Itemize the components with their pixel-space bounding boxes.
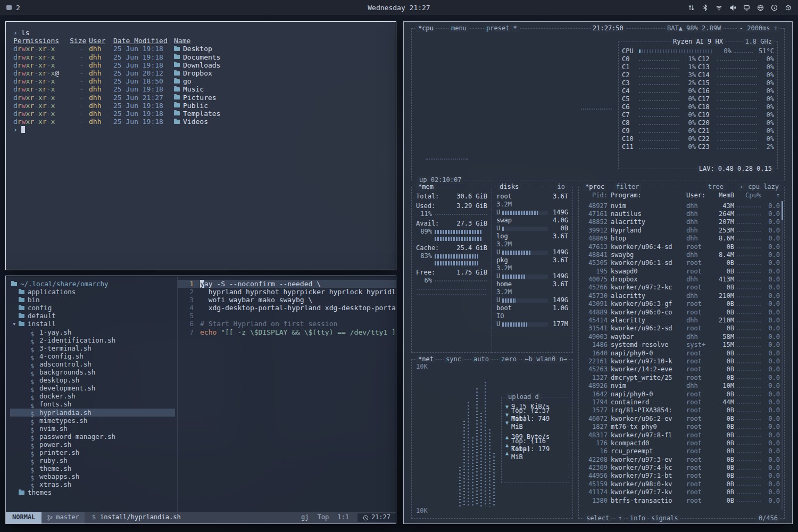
process-row[interactable]: 45730 alacritty dhh 210M 0.0 [583,292,780,300]
io-mode-button[interactable]: io [555,183,567,191]
tree-item[interactable]: desktop.sh [10,376,177,384]
process-row[interactable]: 1577 irq/81-PIXA3854: root 0B 0.0 [583,406,780,414]
code-editor[interactable]: 1yay -S --noconfirm --needed \2 hyprland… [177,276,396,512]
tree-item[interactable]: 2-identification.sh [10,336,177,344]
preset-button[interactable]: preset * [484,24,519,32]
globe-icon[interactable] [757,4,764,11]
user-header[interactable]: User: [686,192,710,200]
wifi-icon[interactable] [716,4,722,11]
memory-header[interactable]: MemB [713,192,734,200]
process-row[interactable]: 1327 dmcrypt_write/25 root 0B 0.0 [583,374,780,382]
editor-window[interactable]: ~/.local/share/omarchy applications bin [5,276,396,524]
program-header[interactable]: Program: [611,192,683,200]
process-row[interactable]: 47161 nautilus dhh 264M 0.0 [583,210,780,218]
code-line[interactable]: 7echo "[[ -z \$DISPLAY && \$(tty) == /de… [178,328,396,336]
tree-item[interactable]: printer.sh [10,448,177,456]
system-monitor-window[interactable]: *cpu menu preset * 21:27:50 BAT▲ 98% 2.8… [403,21,793,524]
info-button[interactable]: info [628,514,647,522]
process-row[interactable]: 45305 kworker/u96:1-sd root 0B 0.0 [583,259,780,267]
code-line[interactable]: 5 [178,312,396,320]
process-row[interactable]: 44956 kworker/u97:1-bt root 0B 0.0 [583,472,780,480]
process-row[interactable]: 176 kcompactd0 root 0B 0.0 [583,439,780,447]
update-interval[interactable]: - 2000ms + [737,24,780,32]
tree-item[interactable]: bin [10,296,177,304]
process-row[interactable]: 31541 kworker/u96:2-sd root 0B 0.0 [583,325,780,332]
code-line[interactable]: 2 hyprland hyprshot hyprpicker hyprlock … [178,288,396,296]
display-icon[interactable] [743,4,750,11]
process-row[interactable]: 49003 waybar dhh 58M 0.0 [583,333,780,341]
process-row[interactable]: 42309 kworker/u97:4-kc root 0B 0.0 [583,464,780,472]
terminal-window[interactable]: › ls Permissions Size User Date Modified… [5,21,396,270]
process-row[interactable]: 48317 kworker/u97:8-fl root 0B 0.0 [583,431,780,439]
process-row[interactable]: 41174 kworker/u97:7-kv root 0B 0.0 [583,488,780,496]
cpu-header[interactable]: Cpu% [737,192,761,200]
volume-icon[interactable] [729,4,736,11]
info-icon[interactable] [771,4,778,11]
tree-item[interactable]: 4-config.sh [10,352,177,360]
process-row[interactable]: 40075 dropbox dhh 413M 0.0 [583,276,780,284]
updown-arrows-icon[interactable] [688,4,695,11]
process-row[interactable]: 48852 alacritty dhh 207M 0.0 [583,218,780,226]
process-row[interactable]: 1794 containerd root 44M 0.0 [583,398,780,406]
tree-item[interactable]: backgrounds.sh [10,368,177,376]
process-row[interactable]: 39912 Hyprland dhh 253M 0.0 [583,227,780,235]
tree-item[interactable]: applications [10,288,177,296]
process-row[interactable]: 44889 kworker/u96:0-co root 0B 0.0 [583,308,780,316]
process-row[interactable]: 47613 kworker/u96:4-sd root 0B 0.0 [583,243,780,251]
sort-arrow-icon[interactable]: ↑ [764,192,780,200]
tree-item[interactable]: themes [10,488,177,496]
package-icon[interactable] [785,4,792,11]
menu-button[interactable]: menu [449,24,469,32]
tree-item[interactable]: docker.sh [10,392,177,400]
code-line[interactable]: 4 xdg-desktop-portal-hyprland xdg-deskto… [178,304,396,312]
tree-item[interactable]: hyprlandia.sh [10,409,175,417]
process-row[interactable]: 48927 nvim dhh 43M 0.0 [583,202,780,210]
auto-button[interactable]: auto [471,355,491,363]
signals-button[interactable]: signals [649,514,680,522]
process-row[interactable]: 48869 btop dhh 8.6M 0.0 [583,235,780,243]
process-row[interactable]: 1827 mt76-tx phy0 root 0B 0.0 [583,423,780,431]
tree-item[interactable]: fonts.sh [10,400,177,408]
disks-box-title[interactable]: disks [497,183,521,191]
process-row[interactable]: 16 rcu_preempt root 0B 0.0 [583,447,780,455]
process-row[interactable]: 45414 alacritty dhh 210M 0.0 [583,317,780,325]
process-row[interactable]: 48841 swaybg dhh 8.4M 0.0 [583,251,780,259]
tree-item[interactable]: ruby.sh [10,456,177,464]
tree-item[interactable]: webapps.sh [10,472,177,480]
process-row[interactable]: 43091 kworker/u96:3-gf root 0B 0.0 [583,300,780,308]
sync-button[interactable]: sync [444,355,463,363]
tree-item[interactable]: power.sh [10,440,177,448]
bluetooth-icon[interactable] [702,4,709,11]
process-row[interactable]: 1486 systemd-resolve syst+ 15M 0.0 [583,341,780,349]
tree-item[interactable]: ▾ install [10,320,177,328]
filter-button[interactable]: filter [614,183,641,191]
tree-view-button[interactable]: tree [706,183,726,191]
process-row[interactable]: 45266 kworker/u97:2-kc root 0B 0.0 [583,284,780,292]
tree-item[interactable]: 1-yay.sh [10,328,177,336]
interface-selector[interactable]: ←b wlan0 n→ [523,355,569,363]
tree-item[interactable]: theme.sh [10,464,177,472]
code-line[interactable]: 6# Start Hyprland on first session [178,320,396,328]
code-line[interactable]: 3 wofi waybar mako swaybg \ [178,296,396,304]
process-row[interactable]: 1640 napi/phy0-0 root 0B 0.0 [583,349,780,357]
tree-item[interactable]: xtras.sh [10,480,177,488]
code-line[interactable]: 1yay -S --noconfirm --needed \ [178,280,396,288]
process-row[interactable]: 48926 nvim dhh 10M 0.0 [583,382,780,390]
pid-header[interactable]: Pid: [583,192,608,200]
process-row[interactable]: 46072 kworker/u96:2-ev root 0B 0.0 [583,415,780,423]
process-row[interactable]: 45263 kworker/14:2-eve root 0B 0.0 [583,365,780,373]
tree-item[interactable]: adscontrol.sh [10,360,177,368]
tree-item[interactable]: development.sh [10,384,177,392]
tree-item[interactable]: password-manager.sh [10,433,177,440]
process-row[interactable]: 22161 kworker/u97:10-k root 0B 0.0 [583,358,780,365]
process-row[interactable]: 42208 kworker/u97:3-ev root 0B 0.0 [583,456,780,464]
file-tree[interactable]: ~/.local/share/omarchy applications bin [6,276,177,512]
scroll-up-button[interactable]: ↑ [616,514,624,522]
tree-item[interactable]: 3-terminal.sh [10,344,177,352]
workspace-number[interactable]: 2 [16,4,20,12]
zero-button[interactable]: zero [499,355,519,363]
proc-sort-mode[interactable]: ← cpu lazy [738,183,781,191]
process-row[interactable]: 195 kswapd0 root 0B 0.0 [583,268,780,276]
terminal-input-line[interactable]: › [13,126,388,134]
process-scrollbar[interactable] [782,201,783,510]
